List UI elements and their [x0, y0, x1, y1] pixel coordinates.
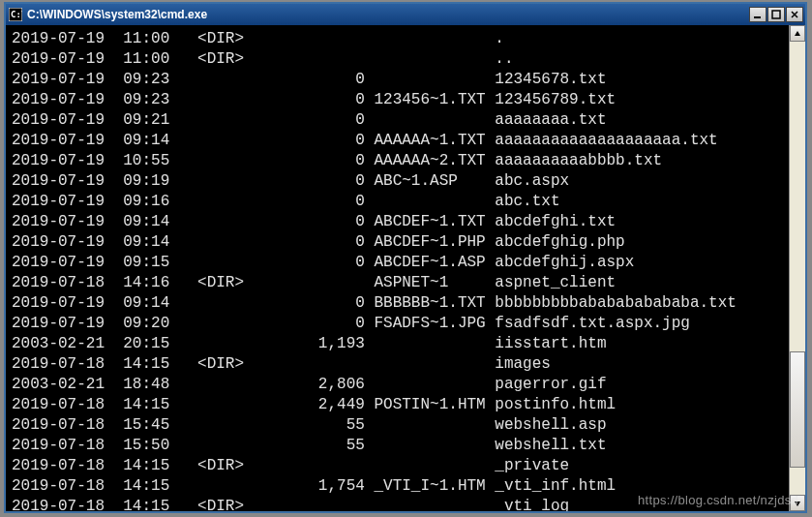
- terminal-line: 2019-07-18 14:15 <DIR> _private: [12, 456, 783, 476]
- terminal-line: 2019-07-19 09:21 0 aaaaaaaa.txt: [12, 110, 783, 131]
- svg-marker-6: [795, 31, 800, 36]
- scroll-up-button[interactable]: [790, 25, 805, 42]
- terminal-line: 2019-07-19 09:14 0 AAAAAA~1.TXT aaaaaaaa…: [12, 131, 783, 151]
- terminal-line: 2019-07-19 09:14 0 ABCDEF~1.TXT abcdefgh…: [12, 212, 783, 232]
- scroll-thumb[interactable]: [790, 351, 805, 468]
- terminal-line: 2019-07-19 09:15 0 ABCDEF~1.ASP abcdefgh…: [12, 253, 783, 273]
- cmd-window: C:\ C:\WINDOWS\system32\cmd.exe 2019-07-…: [4, 2, 807, 513]
- terminal-line: 2019-07-18 14:15 1,754 _VTI_I~1.HTM _vti…: [12, 476, 783, 497]
- terminal-line: 2019-07-19 11:00 <DIR> ..: [12, 49, 783, 70]
- terminal-line: 2003-02-21 18:48 2,806 pagerror.gif: [12, 375, 783, 395]
- terminal-line: 2019-07-19 09:23 0 12345678.txt: [12, 70, 783, 90]
- window-title: C:\WINDOWS\system32\cmd.exe: [27, 8, 749, 21]
- terminal-line: 2019-07-19 09:16 0 abc.txt: [12, 192, 783, 212]
- terminal-line: 2003-02-21 20:15 1,193 iisstart.htm: [12, 334, 783, 354]
- cmd-icon: C:\: [8, 7, 23, 22]
- client-area: 2019-07-19 11:00 <DIR> .2019-07-19 11:00…: [6, 25, 805, 511]
- terminal-line: 2019-07-19 11:00 <DIR> .: [12, 29, 783, 49]
- terminal-output[interactable]: 2019-07-19 11:00 <DIR> .2019-07-19 11:00…: [6, 25, 789, 511]
- titlebar[interactable]: C:\ C:\WINDOWS\system32\cmd.exe: [6, 4, 805, 25]
- terminal-line: 2019-07-18 14:16 <DIR> ASPNET~1 aspnet_c…: [12, 273, 783, 293]
- window-buttons: [749, 7, 803, 22]
- svg-rect-2: [754, 16, 761, 18]
- scroll-down-button[interactable]: [790, 495, 805, 511]
- svg-rect-3: [772, 11, 780, 18]
- terminal-line: 2019-07-18 15:45 55 webshell.asp: [12, 415, 783, 436]
- svg-marker-7: [795, 502, 800, 506]
- svg-text:C:\: C:\: [11, 10, 22, 19]
- maximize-button[interactable]: [767, 7, 785, 22]
- scroll-track[interactable]: [790, 42, 805, 495]
- terminal-line: 2019-07-19 10:55 0 AAAAAA~2.TXT aaaaaaaa…: [12, 151, 783, 171]
- terminal-line: 2019-07-19 09:20 0 FSADFS~1.JPG fsadfsdf…: [12, 314, 783, 334]
- close-button[interactable]: [786, 7, 803, 22]
- terminal-line: 2019-07-19 09:14 0 BBBBBB~1.TXT bbbbbbbb…: [12, 293, 783, 314]
- terminal-line: 2019-07-18 14:15 <DIR> images: [12, 354, 783, 375]
- minimize-button[interactable]: [749, 7, 767, 22]
- terminal-line: 2019-07-19 09:14 0 ABCDEF~1.PHP abcdefgh…: [12, 232, 783, 253]
- terminal-line: 2019-07-18 14:15 <DIR> _vti_log: [12, 497, 783, 511]
- terminal-line: 2019-07-18 15:50 55 webshell.txt: [12, 436, 783, 456]
- terminal-line: 2019-07-18 14:15 2,449 POSTIN~1.HTM post…: [12, 395, 783, 415]
- terminal-line: 2019-07-19 09:19 0 ABC~1.ASP abc.aspx: [12, 171, 783, 192]
- vertical-scrollbar[interactable]: [789, 25, 805, 511]
- terminal-line: 2019-07-19 09:23 0 123456~1.TXT 12345678…: [12, 90, 783, 110]
